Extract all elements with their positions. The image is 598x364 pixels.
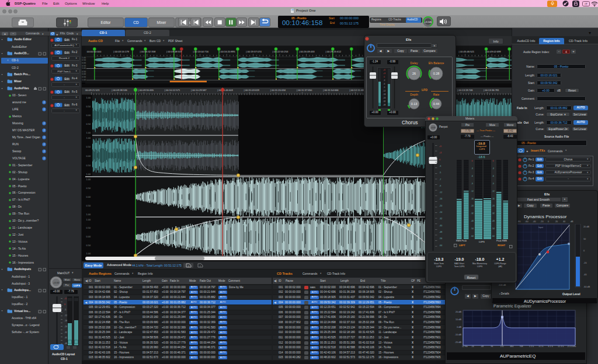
svg-text:-32: -32 [383, 100, 386, 103]
svg-text:+6.0db: +6.0db [425, 20, 432, 23]
svg-text:-12: -12 [383, 90, 386, 92]
svg-text:26: 26 [412, 72, 416, 75]
svg-text:0: 0 [384, 76, 385, 78]
svg-text:0.28: 0.28 [433, 72, 440, 75]
svg-text:+5: +5 [64, 298, 67, 300]
svg-text:-32: -32 [492, 212, 495, 215]
svg-text:0.50: 0.50 [86, 106, 91, 108]
svg-text:1.00: 1.00 [86, 253, 91, 255]
svg-text:-64: -64 [439, 244, 442, 247]
svg-text:-12: -12 [471, 190, 474, 192]
svg-text:0.50: 0.50 [82, 59, 86, 61]
svg-text:-18: -18 [64, 320, 67, 322]
svg-text:-9: -9 [492, 183, 494, 185]
svg-text:1.00: 1.00 [86, 132, 91, 134]
svg-text:-32: -32 [471, 212, 474, 215]
svg-text:-24: -24 [383, 97, 386, 99]
svg-text:-43: -43 [492, 220, 495, 222]
svg-text:-48: -48 [64, 342, 67, 345]
svg-text:0.00: 0.00 [86, 155, 91, 158]
svg-text:-6: -6 [492, 175, 494, 177]
svg-text:1.00: 1.00 [86, 97, 91, 99]
svg-text:1.00: 1.00 [86, 214, 91, 216]
svg-text:-6: -6 [471, 175, 473, 177]
svg-text:-18: -18 [383, 93, 386, 96]
svg-text:-16: -16 [492, 198, 495, 200]
svg-text:-12: -12 [492, 190, 495, 192]
svg-text:0.50: 0.50 [86, 244, 91, 247]
svg-text:0.00: 0.00 [82, 62, 86, 64]
svg-text:-3: -3 [383, 79, 385, 82]
svg-text:-12: -12 [64, 314, 67, 317]
svg-text:-3: -3 [471, 167, 473, 170]
svg-text:0: 0 [472, 160, 473, 162]
svg-text:1.00: 1.00 [86, 173, 91, 176]
svg-text:-24: -24 [492, 205, 495, 207]
svg-text:1.00: 1.00 [82, 67, 86, 69]
svg-text:0.00: 0.00 [86, 196, 91, 198]
svg-text:-9: -9 [383, 86, 385, 89]
svg-text:0: 0 [64, 303, 65, 306]
svg-text:1.00: 1.00 [82, 79, 86, 81]
svg-text:+3: +3 [383, 72, 385, 75]
svg-text:-6: -6 [383, 83, 385, 85]
svg-text:-32: -32 [64, 331, 67, 334]
svg-text:-5: -5 [64, 309, 66, 311]
svg-text:0.00: 0.00 [86, 114, 91, 117]
svg-text:+0.00: +0.00 [430, 127, 436, 129]
svg-text:+5: +5 [439, 145, 441, 148]
svg-text:-3: -3 [492, 167, 494, 170]
svg-text:1.00: 1.00 [82, 57, 86, 59]
svg-text:-24: -24 [471, 205, 474, 207]
svg-text:Input: Input [538, 226, 543, 229]
svg-text:-64: -64 [471, 235, 474, 237]
svg-text:0.00: 0.00 [86, 236, 91, 238]
svg-text:+6: +6 [383, 69, 385, 71]
svg-text:0.50: 0.50 [86, 123, 91, 125]
svg-text:-9: -9 [471, 183, 473, 185]
svg-text:0.44: 0.44 [433, 102, 440, 106]
svg-text:0.50: 0.50 [82, 65, 86, 67]
svg-text:0.50: 0.50 [86, 205, 91, 207]
svg-text:0.50: 0.50 [82, 71, 86, 73]
svg-text:0: 0 [493, 160, 494, 162]
svg-text:♫: ♫ [187, 265, 189, 268]
svg-text:♫: ♫ [199, 265, 201, 268]
svg-text:-48: -48 [383, 104, 386, 106]
svg-text:-24: -24 [64, 326, 67, 328]
svg-text:-43: -43 [471, 220, 474, 222]
svg-text:+0.00: +0.00 [53, 281, 60, 284]
svg-text:-16: -16 [471, 198, 474, 200]
svg-text:-40: -40 [64, 337, 67, 339]
svg-text:0.50: 0.50 [86, 164, 91, 167]
svg-text:-54: -54 [492, 228, 495, 230]
svg-text:1.00: 1.00 [86, 137, 91, 139]
svg-text:0.00: 0.00 [82, 73, 86, 75]
svg-text:0.50: 0.50 [86, 146, 91, 148]
svg-text:+3: +3 [439, 152, 441, 154]
svg-text:0.50: 0.50 [86, 187, 91, 190]
svg-text:-64: -64 [492, 235, 495, 237]
svg-text:0.50: 0.50 [82, 76, 86, 78]
svg-text:0.50: 0.50 [86, 227, 91, 229]
svg-text:-54: -54 [471, 228, 474, 230]
svg-text:1.00: 1.00 [86, 178, 91, 181]
svg-text:0.13: 0.13 [411, 102, 418, 106]
svg-text:1.00: 1.00 [86, 219, 91, 221]
